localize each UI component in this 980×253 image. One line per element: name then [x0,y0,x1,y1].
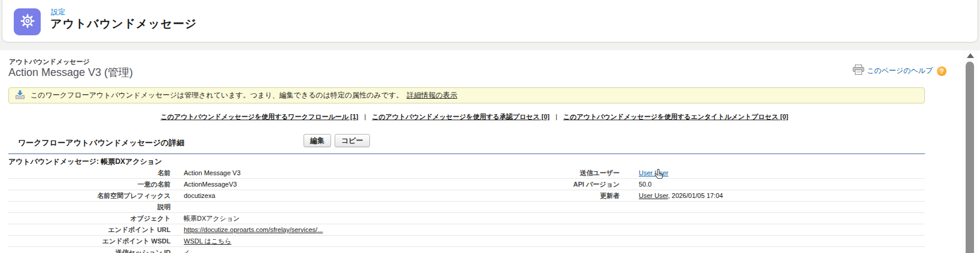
detail-rows: 名前Action Message V3送信ユーザーUser User一意の名前A… [8,167,925,253]
detail-row: 一意の名前ActionMessageV3API バージョン50.0 [8,179,925,190]
field-value: Action Message V3 [179,169,466,176]
link-separator: | [556,113,557,120]
field-label: 名前空間プレフィックス [8,191,179,200]
field-value: https://docutize.oproarts.com/sfrelay/se… [179,226,466,233]
detail-row: エンドポイント URLhttps://docutize.oproarts.com… [8,224,925,236]
field-value-link[interactable]: User User [639,169,669,176]
field-label: 名前 [8,169,179,178]
field-label: API バージョン [466,180,628,189]
related-link[interactable]: このアウトバウンドメッセージを使用するエンタイトルメントプロセス [0] [563,113,788,120]
section-divider [8,153,925,154]
related-link[interactable]: このアウトバウンドメッセージを使用するワークフロールール [1] [160,113,358,120]
field-value: User User, 2026/01/05 17:04 [628,192,925,199]
field-value: 帳票DXアクション [179,214,466,223]
field-label: エンドポイント WSDL [8,237,179,246]
detail-row: オブジェクト帳票DXアクション [8,213,925,224]
scrollbar-up-arrow-icon[interactable] [967,53,974,58]
detail-row: 送信セッション ID✓ [8,247,925,253]
detail-row: 説明 [8,202,925,213]
printer-icon[interactable] [852,65,864,77]
link-separator: | [364,113,366,120]
related-link[interactable]: このアウトバウンドメッセージを使用する承認プロセス [0] [372,113,550,120]
field-value: ActionMessageV3 [179,181,466,188]
setup-header: 設定 アウトバウンドメッセージ [2,0,978,42]
field-label: 送信ユーザー [466,169,628,178]
related-links: このアウトバウンドメッセージを使用するワークフロールール [1]|このアウトバウ… [0,112,949,121]
managed-notice-banner: このワークフローアウトバウンドメッセージは管理されています。つまり、編集できるの… [8,87,925,103]
settings-app-icon [14,8,41,35]
package-install-icon [15,90,25,101]
help-area: このページのヘルプ ? [852,65,946,77]
page-help-link[interactable]: このページのヘルプ [867,66,933,76]
vertical-scrollbar [963,50,978,253]
field-value: docutizexa [179,192,466,199]
detail-row: 名前Action Message V3送信ユーザーUser User [8,167,925,179]
field-value: ✓ [179,248,466,253]
detail-row: エンドポイント WSDLWSDL はこちら [8,236,925,247]
notice-detail-link[interactable]: 詳細情報の表示 [406,90,457,100]
content-area: アウトバウンドメッセージ Action Message V3 (管理) このペー… [0,50,980,253]
field-value-link[interactable]: WSDL はこちら [184,237,231,245]
field-label: 更新者 [466,191,628,200]
notice-text: このワークフローアウトバウンドメッセージは管理されています。つまり、編集できるの… [31,90,403,100]
field-label: 説明 [8,203,179,212]
app-title: アウトバウンドメッセージ [50,16,197,32]
field-value-link[interactable]: User User [639,192,668,199]
scrollbar-thumb[interactable] [966,62,974,253]
field-label: 一意の名前 [8,180,179,189]
copy-button[interactable]: コピー [335,134,370,147]
field-value: User User [628,169,925,176]
field-label: オブジェクト [8,214,179,223]
detail-row: 名前空間プレフィックスdocutizexa更新者User User, 2026/… [8,190,925,202]
subsection-title: アウトバウンドメッセージ: 帳票DXアクション [8,157,162,167]
field-label: 送信セッション ID [8,248,179,253]
field-value-link[interactable]: https://docutize.oproarts.com/sfrelay/se… [184,226,323,233]
help-icon[interactable]: ? [937,66,946,76]
field-value: 50.0 [628,181,925,188]
detail-buttons: 編集 コピー [304,134,370,147]
edit-button[interactable]: 編集 [304,134,331,147]
field-label: エンドポイント URL [8,225,179,234]
field-value-suffix: , 2026/01/05 17:04 [668,192,723,199]
field-value: WSDL はこちら [179,237,466,246]
page-title: Action Message V3 (管理) [8,65,133,80]
section-title: ワークフローアウトバウンドメッセージの詳細 [18,138,184,148]
gear-icon [19,12,37,32]
